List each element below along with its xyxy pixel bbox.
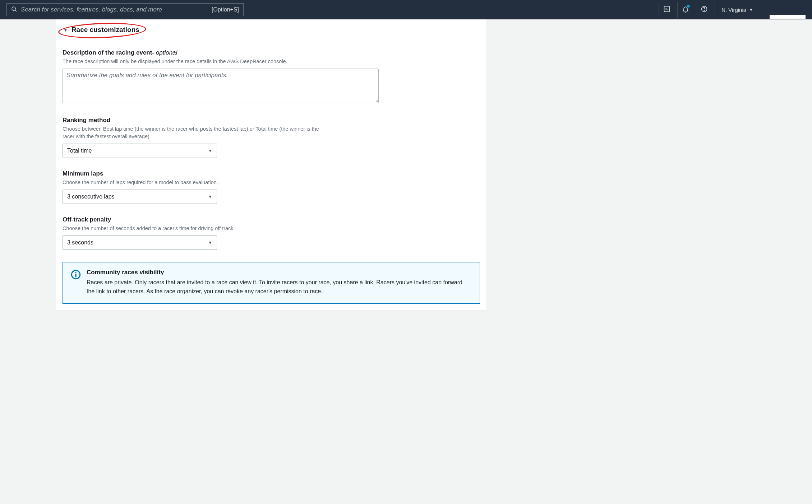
caret-down-icon: ▼ <box>208 148 212 153</box>
info-body: Races are private. Only racers that are … <box>87 278 472 296</box>
caret-down-icon: ▼ <box>208 194 212 199</box>
svg-line-1 <box>15 10 17 11</box>
ranking-selected-value: Total time <box>67 148 92 154</box>
minlaps-selected-value: 3 consecutive laps <box>67 193 115 200</box>
info-title: Community races visibility <box>87 269 472 276</box>
ranking-method-field: Ranking method Choose between Best lap t… <box>63 117 379 158</box>
minlaps-select[interactable]: 3 consecutive laps ▼ <box>63 190 217 204</box>
global-search[interactable]: [Option+S] <box>6 3 244 16</box>
penalty-label: Off-track penalty <box>63 216 379 223</box>
description-field: Description of the racing event- optiona… <box>63 49 379 104</box>
cloudshell-icon <box>663 5 670 14</box>
offtrack-penalty-field: Off-track penalty Choose the number of s… <box>63 216 379 250</box>
region-selector[interactable]: N. Virginia ▼ <box>715 2 760 18</box>
top-nav-bar: [Option+S] N. Virginia <box>0 0 812 19</box>
ranking-select[interactable]: Total time ▼ <box>63 144 217 158</box>
description-help: The race description will only be displa… <box>63 58 328 65</box>
svg-point-7 <box>75 272 77 274</box>
caret-down-icon: ▼ <box>749 8 753 12</box>
help-button[interactable] <box>696 2 712 18</box>
penalty-select[interactable]: 3 seconds ▼ <box>63 235 217 250</box>
description-textarea[interactable] <box>63 69 379 103</box>
svg-point-5 <box>704 10 704 11</box>
info-icon <box>71 270 81 280</box>
svg-rect-8 <box>75 274 76 277</box>
caret-down-icon: ▼ <box>208 240 212 245</box>
disclosure-triangle-icon: ▼ <box>63 27 68 33</box>
search-icon <box>11 6 17 14</box>
minlaps-help: Choose the number of laps required for a… <box>63 179 328 186</box>
minlaps-label: Minimum laps <box>63 170 379 177</box>
race-customizations-panel: ▼ Race customizations Description of the… <box>56 19 487 311</box>
cloudshell-button[interactable] <box>659 2 674 18</box>
svg-point-0 <box>12 7 15 10</box>
search-shortcut-hint: [Option+S] <box>208 6 239 13</box>
penalty-help: Choose the number of seconds added to a … <box>63 225 328 232</box>
section-title: Race customizations <box>71 26 139 34</box>
ranking-help: Choose between Best lap time (the winner… <box>63 125 328 140</box>
search-input[interactable] <box>17 6 208 13</box>
visibility-info-alert: Community races visibility Races are pri… <box>63 262 480 304</box>
section-header[interactable]: ▼ Race customizations <box>56 19 486 39</box>
help-icon <box>701 5 708 14</box>
region-label: N. Virginia <box>721 7 746 13</box>
penalty-selected-value: 3 seconds <box>67 239 93 246</box>
account-menu-placeholder[interactable] <box>770 15 806 19</box>
notification-dot <box>687 5 690 8</box>
description-label: Description of the racing event- optiona… <box>63 49 379 56</box>
minimum-laps-field: Minimum laps Choose the number of laps r… <box>63 170 379 204</box>
notifications-button[interactable] <box>677 2 693 18</box>
ranking-label: Ranking method <box>63 117 379 124</box>
